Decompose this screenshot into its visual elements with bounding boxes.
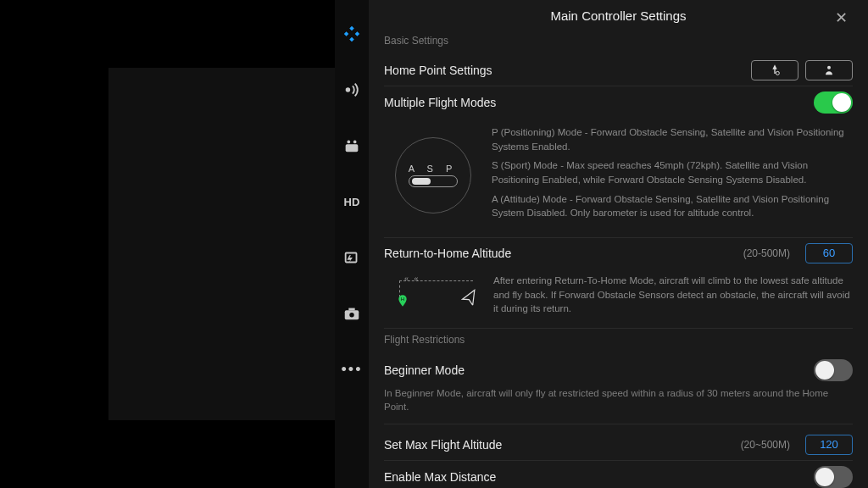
remote-controller-icon[interactable] [342, 136, 362, 156]
flight-restrictions-label: Flight Restrictions [384, 329, 853, 354]
svg-point-2 [348, 141, 351, 144]
aircraft-icon[interactable] [342, 24, 362, 44]
enable-max-distance-label: Enable Max Distance [384, 470, 496, 484]
svg-point-8 [776, 71, 779, 75]
settings-sidebar: HD ••• [335, 0, 369, 488]
return-to-home-altitude-label: Return-to-Home Altitude [384, 247, 511, 260]
flight-mode-diagram: A S P [384, 125, 481, 225]
close-icon[interactable]: ✕ [835, 8, 848, 27]
home-point-user-button[interactable] [805, 60, 853, 80]
panel-title: Main Controller Settings [550, 8, 686, 23]
svg-point-9 [827, 66, 831, 69]
svg-point-6 [349, 313, 354, 318]
max-flight-altitude-label: Set Max Flight Altitude [384, 438, 502, 452]
enable-max-distance-toggle[interactable] [814, 466, 853, 488]
svg-point-3 [353, 141, 357, 144]
basic-settings-label: Basic Settings [384, 30, 853, 55]
beginner-mode-description: In Beginner Mode, aircraft will only fly… [384, 386, 853, 424]
obstacle-sensing-icon[interactable] [342, 80, 362, 100]
hd-transmission-icon[interactable]: HD [342, 191, 362, 212]
more-settings-icon[interactable]: ••• [342, 359, 362, 380]
gimbal-camera-icon[interactable] [342, 303, 362, 324]
max-altitude-range-hint: (20~500M) [741, 439, 790, 451]
multiple-flight-modes-label: Multiple Flight Modes [384, 96, 496, 109]
svg-rect-1 [346, 144, 359, 152]
home-point-settings-label: Home Point Settings [384, 64, 492, 77]
rth-range-hint: (20-500M) [743, 247, 790, 259]
max-altitude-input[interactable]: 120 [805, 435, 853, 455]
live-video-preview [0, 0, 335, 488]
multiple-flight-modes-toggle[interactable] [814, 92, 853, 114]
battery-icon[interactable] [342, 247, 362, 268]
rth-description: After entering Return-To-Home Mode, airc… [493, 274, 853, 316]
rth-altitude-input[interactable]: 60 [805, 243, 853, 263]
flight-mode-description: P (Positioning) Mode - Forward Obstacle … [492, 125, 853, 225]
main-controller-settings-panel: Main Controller Settings ✕ Basic Setting… [369, 0, 868, 488]
svg-text:H: H [401, 297, 404, 302]
home-point-aircraft-button[interactable] [751, 60, 798, 80]
beginner-mode-label: Beginner Mode [384, 363, 465, 377]
rth-diagram: « « H [384, 274, 481, 314]
svg-rect-7 [348, 308, 354, 311]
beginner-mode-toggle[interactable] [814, 359, 853, 381]
svg-point-0 [346, 87, 351, 92]
